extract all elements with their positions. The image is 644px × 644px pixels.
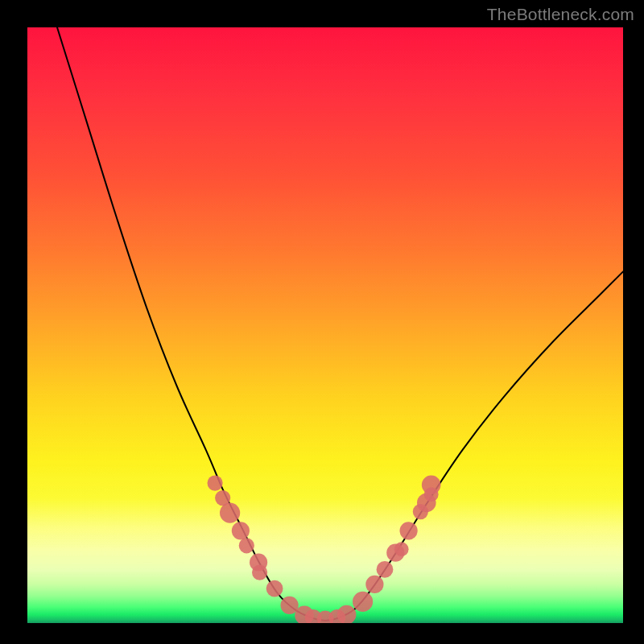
marker-dot <box>353 592 373 612</box>
marker-dot <box>365 576 383 593</box>
watermark-text: TheBottleneck.com <box>487 5 634 24</box>
marker-dot <box>239 538 254 553</box>
marker-dot <box>424 487 439 502</box>
marker-dot-group <box>208 476 441 624</box>
plot-area <box>27 27 623 623</box>
marker-dot <box>252 565 267 580</box>
chart-frame: TheBottleneck.com <box>0 0 644 644</box>
marker-dot <box>232 522 250 539</box>
curve-layer <box>27 27 623 623</box>
marker-dot <box>377 561 394 578</box>
marker-dot <box>220 503 240 523</box>
marker-dot <box>394 542 409 556</box>
marker-dot <box>266 580 283 597</box>
marker-dot <box>337 605 357 623</box>
bottleneck-curve-path <box>57 27 623 621</box>
marker-dot <box>400 522 418 539</box>
marker-dot <box>208 476 223 491</box>
